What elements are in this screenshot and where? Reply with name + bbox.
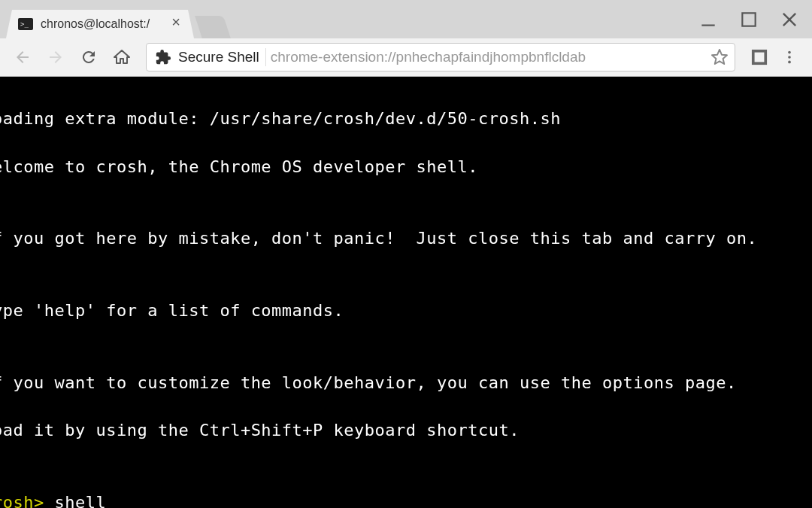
address-bar[interactable]: Secure Shell chrome-extension://pnhechap…	[146, 43, 735, 71]
extension-label: Secure Shell	[178, 49, 259, 65]
toolbar-actions	[744, 42, 804, 72]
extension-icon	[154, 48, 172, 66]
terminal-line: f you want to customize the look/behavio…	[0, 371, 812, 395]
window-controls	[692, 0, 812, 38]
terminal-viewport[interactable]: oading extra module: /usr/share/crosh/de…	[0, 77, 812, 508]
back-button[interactable]	[8, 42, 38, 72]
crosh-prompt-line: rosh> shell	[0, 491, 812, 508]
omnibox-divider	[265, 48, 266, 66]
svg-point-7	[788, 61, 791, 64]
tab-title: chronos@localhost:/	[41, 17, 161, 31]
url-text: chrome-extension://pnhechapfaindjhompbnf…	[271, 49, 707, 65]
svg-rect-1	[742, 13, 755, 26]
svg-rect-4	[753, 51, 766, 64]
toolbar: Secure Shell chrome-extension://pnhechap…	[0, 38, 812, 77]
terminal-line: f you got here by mistake, don't panic! …	[0, 227, 812, 251]
svg-point-5	[788, 51, 791, 54]
new-tab-button[interactable]	[195, 16, 231, 38]
menu-button[interactable]	[774, 42, 804, 72]
browser-chrome: >_ chronos@localhost:/ ×	[0, 0, 812, 77]
terminal-line: oading extra module: /usr/share/crosh/de…	[0, 107, 812, 131]
minimize-button[interactable]	[692, 5, 725, 35]
terminal-line: oad it by using the Ctrl+Shift+P keyboar…	[0, 418, 812, 443]
crosh-prompt: rosh>	[0, 493, 44, 508]
tab-strip: >_ chronos@localhost:/ ×	[0, 0, 812, 38]
tab-active[interactable]: >_ chronos@localhost:/ ×	[6, 10, 194, 38]
reload-button[interactable]	[74, 42, 104, 72]
crosh-command: shell	[44, 493, 106, 508]
maximize-button[interactable]	[732, 5, 765, 35]
terminal-favicon: >_	[18, 18, 33, 30]
extension-action-button[interactable]	[744, 42, 774, 72]
close-tab-button[interactable]: ×	[170, 18, 182, 30]
svg-point-6	[788, 56, 791, 59]
home-button[interactable]	[107, 42, 137, 72]
terminal-line: elcome to crosh, the Chrome OS developer…	[0, 155, 812, 179]
bookmark-star-icon[interactable]	[707, 45, 732, 69]
forward-button[interactable]	[41, 42, 71, 72]
close-window-button[interactable]	[773, 5, 806, 35]
terminal-line: ype 'help' for a list of commands.	[0, 299, 812, 323]
